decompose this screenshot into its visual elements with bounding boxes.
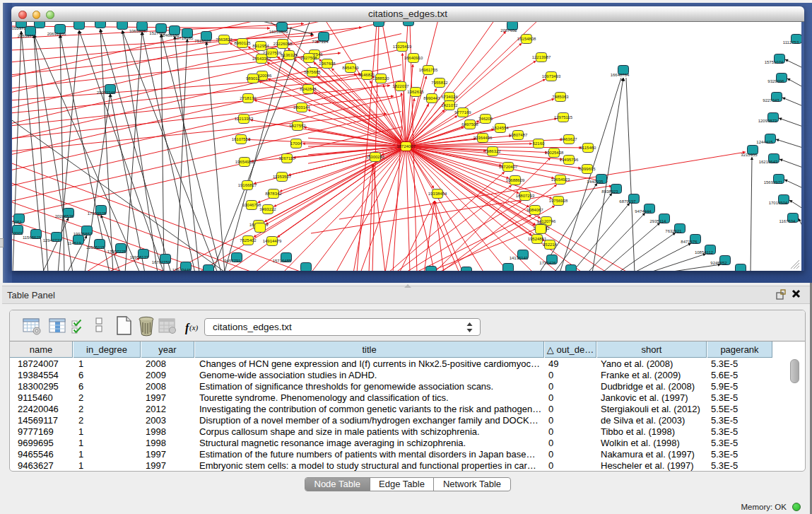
svg-text:12923446: 12923446 (172, 268, 192, 271)
svg-text:17957225: 17957225 (107, 250, 126, 254)
svg-text:8136328: 8136328 (281, 53, 298, 57)
svg-text:12213363: 12213363 (235, 117, 254, 121)
svg-text:9084067: 9084067 (526, 208, 543, 212)
svg-text:10688609: 10688609 (506, 178, 525, 182)
svg-text:12975115: 12975115 (554, 115, 573, 119)
svg-text:11568629: 11568629 (23, 235, 42, 240)
svg-text:10807487: 10807487 (509, 133, 528, 137)
svg-text:15751074: 15751074 (765, 60, 784, 64)
svg-text:12213987: 12213987 (532, 55, 551, 59)
svg-text:1362615: 1362615 (407, 90, 424, 94)
svg-text:11353507: 11353507 (273, 175, 292, 179)
svg-text:19495796: 19495796 (560, 158, 579, 162)
svg-text:16640910: 16640910 (404, 56, 423, 60)
svg-text:13325419: 13325419 (393, 45, 412, 49)
svg-text:2718179: 2718179 (240, 96, 257, 100)
svg-text:2935114: 2935114 (650, 219, 667, 223)
svg-text:8878342: 8878342 (265, 192, 282, 196)
svg-text:20364436: 20364436 (473, 136, 493, 140)
svg-text:16543362: 16543362 (252, 57, 271, 61)
svg-text:7357224: 7357224 (312, 40, 329, 44)
svg-text:2367608: 2367608 (319, 62, 336, 66)
svg-text:9474444: 9474444 (635, 209, 652, 214)
svg-text:19953001: 19953001 (12, 231, 23, 235)
svg-text:10973493: 10973493 (542, 74, 561, 78)
svg-text:8471676: 8471676 (681, 240, 698, 244)
svg-text:835061: 835061 (12, 220, 23, 224)
svg-text:9245652: 9245652 (710, 261, 727, 265)
svg-text:18724007: 18724007 (396, 144, 416, 148)
svg-text:3493222: 3493222 (259, 207, 276, 211)
svg-text:14136141: 14136141 (510, 256, 529, 260)
svg-text:18807293: 18807293 (516, 194, 535, 198)
svg-text:16648784: 16648784 (611, 73, 630, 77)
svg-text:6879197: 6879197 (619, 199, 636, 204)
svg-text:2803144: 2803144 (293, 105, 310, 110)
svg-text:15716485: 15716485 (273, 259, 292, 263)
svg-text:62160: 62160 (533, 141, 545, 146)
svg-text:6734024: 6734024 (441, 95, 458, 99)
svg-text:6497508: 6497508 (461, 122, 478, 127)
svg-text:12505115: 12505115 (86, 245, 105, 250)
svg-text:7663822: 7663822 (216, 37, 233, 42)
svg-text:5875685: 5875685 (304, 70, 321, 74)
svg-text:7515526: 7515526 (194, 39, 211, 43)
svg-text:20691406: 20691406 (47, 32, 66, 36)
svg-text:1624554: 1624554 (492, 126, 509, 130)
svg-text:29053346: 29053346 (97, 90, 116, 95)
svg-text:1167534: 1167534 (779, 219, 796, 223)
svg-text:3267110: 3267110 (279, 156, 296, 160)
svg-text:19524851: 19524851 (528, 237, 547, 241)
svg-text:9427552: 9427552 (289, 124, 306, 128)
svg-text:17359928: 17359928 (88, 211, 107, 216)
svg-text:10046798: 10046798 (242, 203, 261, 207)
svg-text:1421072: 1421072 (441, 103, 458, 107)
svg-text:23226058: 23226058 (273, 42, 293, 46)
svg-text:7986322: 7986322 (484, 149, 501, 153)
svg-text:12093873: 12093873 (758, 119, 777, 123)
svg-text:1440935: 1440935 (587, 180, 604, 184)
svg-text:10653287: 10653287 (129, 29, 148, 33)
svg-text:8960125: 8960125 (234, 41, 251, 45)
svg-text:9327508: 9327508 (300, 56, 317, 60)
svg-text:20206536: 20206536 (55, 214, 74, 218)
svg-text:20553754: 20553754 (18, 34, 37, 38)
svg-text:1822037: 1822037 (392, 84, 409, 88)
svg-text:8454749: 8454749 (342, 66, 359, 70)
svg-text:8242848: 8242848 (300, 87, 317, 91)
svg-text:19756928: 19756928 (549, 199, 568, 203)
svg-text:16782759: 16782759 (152, 260, 171, 264)
svg-text:17004: 17004 (290, 141, 302, 146)
svg-text:3215955: 3215955 (741, 153, 758, 157)
svg-text:1244415: 1244415 (756, 140, 773, 144)
svg-text:9457791: 9457791 (224, 259, 241, 263)
svg-text:10854112: 10854112 (695, 250, 714, 255)
svg-text:15720407: 15720407 (499, 165, 518, 169)
svg-text:19338454: 19338454 (428, 192, 447, 196)
svg-text:8938923: 8938923 (601, 189, 618, 194)
svg-text:19975857: 19975857 (73, 232, 93, 236)
svg-text:14914479: 14914479 (263, 239, 282, 243)
svg-text:15300281: 15300281 (366, 155, 385, 159)
svg-text:8990443: 8990443 (423, 96, 440, 100)
svg-text:14120746: 14120746 (537, 219, 556, 223)
svg-text:9777169: 9777169 (454, 110, 471, 115)
svg-text:2087652: 2087652 (500, 28, 517, 33)
svg-text:15692971: 15692971 (764, 180, 783, 185)
svg-text:16053809: 16053809 (269, 30, 288, 34)
svg-text:16961755: 16961755 (419, 68, 438, 72)
svg-text:7485063: 7485063 (552, 95, 569, 99)
svg-text:114519: 114519 (67, 241, 81, 245)
svg-text:16154808: 16154808 (517, 37, 536, 41)
svg-text:989012: 989012 (246, 76, 261, 81)
svg-text:12942737: 12942737 (43, 238, 62, 243)
svg-text:10958127: 10958127 (130, 255, 149, 259)
svg-text:9227343: 9227343 (763, 98, 779, 103)
svg-text:(x): (x) (189, 323, 199, 332)
svg-text:9463627: 9463627 (560, 137, 577, 141)
svg-text:1388520: 1388520 (372, 76, 389, 81)
svg-text:1112753: 1112753 (783, 40, 799, 45)
svg-text:9115460: 9115460 (580, 146, 597, 150)
svg-text:7625402: 7625402 (240, 238, 257, 243)
svg-text:10025438: 10025438 (545, 151, 564, 155)
